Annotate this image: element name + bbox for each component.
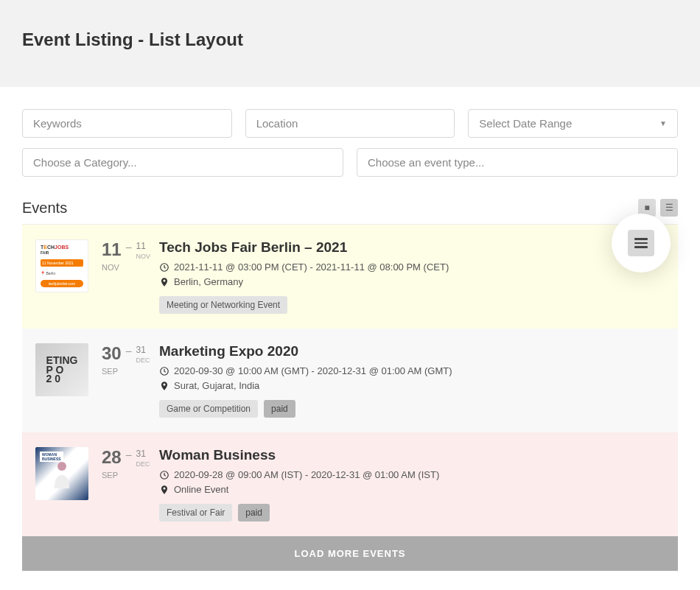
start-month: NOV [102,263,146,272]
page-header: Event Listing - List Layout [0,0,700,87]
start-day: 28 [102,449,122,466]
page-title: Event Listing - List Layout [22,29,678,50]
list-view-button[interactable]: ☰ [660,199,678,217]
end-month: DEC [136,357,150,364]
event-title[interactable]: Woman Business [159,447,668,463]
clock-icon [159,366,169,376]
start-day: 30 [102,345,122,362]
event-tags: Game or Competition paid [159,400,668,418]
main-container: Keywords Location Select Date Range ▼ Ch… [0,87,700,590]
view-popup [612,214,671,273]
pin-icon [159,485,169,495]
start-day: 11 [102,241,122,259]
end-day: 31 [136,345,146,355]
pin-icon [159,381,169,391]
event-tag[interactable]: paid [264,400,295,418]
category-label: Choose a Category... [33,156,137,169]
clock-icon [159,262,169,273]
event-tag[interactable]: Meeting or Networking Event [159,296,287,314]
event-body: Marketing Expo 2020 2020-09-30 @ 10:00 A… [159,343,668,418]
section-title: Events [22,200,67,217]
event-tags: Festival or Fair paid [159,504,668,521]
eventtype-select[interactable]: Choose an event type... [357,148,678,177]
event-body: Woman Business 2020-09-28 @ 09:00 AM (IS… [159,447,668,521]
event-datetime: 2020-09-30 @ 10:00 AM (GMT) - 2020-12-31… [159,365,668,376]
filters-row-2: Choose a Category... Choose an event typ… [22,148,678,177]
event-title[interactable]: Tech Jobs Fair Berlin – 2021 [159,239,668,256]
end-day: 31 [136,449,146,459]
pin-icon [159,277,169,287]
filters-row-1: Keywords Location Select Date Range ▼ [22,109,678,138]
category-select[interactable]: Choose a Category... [22,148,343,177]
event-location: Berlin, Germany [159,276,668,287]
clock-icon [159,470,169,480]
date-block: 28 – 31 DEC SEP [102,447,146,480]
event-card[interactable]: ETINGP O2 0 30 – 31 DEC SEP Marketing Ex… [22,329,678,432]
event-datetime: 2021-11-11 @ 03:00 PM (CET) - 2021-11-11… [159,261,668,273]
end-day: 11 [136,241,146,251]
thumb-logo: TECHJOBSFAIR [41,245,83,255]
location-input[interactable]: Location [245,109,455,138]
event-location: Online Event [159,484,668,495]
start-month: SEP [102,367,146,376]
daterange-label: Select Date Range [479,117,572,130]
event-card[interactable]: WOMANBUSINESS 28 – 31 DEC SEP Woman Busi… [22,432,678,536]
caret-down-icon: ▼ [659,119,667,127]
event-tag[interactable]: Festival or Fair [159,504,232,521]
eventtype-label: Choose an event type... [368,156,484,169]
event-location: Surat, Gujarat, India [159,380,668,391]
event-tag[interactable]: Game or Competition [159,400,258,418]
svg-point-2 [57,462,66,471]
events-list: TECHJOBSFAIR 11 November 2021 📍 Berlin t… [22,224,678,536]
keywords-input[interactable]: Keywords [22,109,232,138]
event-thumbnail: ETINGP O2 0 [35,343,88,396]
event-tag[interactable]: paid [238,504,270,521]
hamburger-icon [634,238,648,248]
date-block: 30 – 31 DEC SEP [102,343,146,376]
event-card[interactable]: TECHJOBSFAIR 11 November 2021 📍 Berlin t… [22,225,678,329]
load-more-button[interactable]: LOAD MORE EVENTS [22,536,678,571]
thumb-location: 📍 Berlin [41,271,83,275]
section-header: Events ■ ☰ [22,199,678,217]
list-icon: ☰ [665,203,673,213]
thumb-chip: techjobsfair.com [41,280,83,287]
thumb-text: ETINGP O2 0 [46,356,78,384]
event-body: Tech Jobs Fair Berlin – 2021 2021-11-11 … [159,239,668,314]
thumb-date: 11 November 2021 [41,259,83,267]
start-month: SEP [102,471,146,480]
event-thumbnail: TECHJOBSFAIR 11 November 2021 📍 Berlin t… [35,239,88,292]
thumb-label: WOMANBUSINESS [40,452,63,462]
date-block: 11 – 11 NOV NOV [102,239,146,272]
end-month: NOV [136,253,151,260]
daterange-select[interactable]: Select Date Range ▼ [468,109,678,138]
event-tags: Meeting or Networking Event [159,296,668,314]
end-month: DEC [136,460,150,468]
event-title[interactable]: Marketing Expo 2020 [159,343,668,359]
event-datetime: 2020-09-28 @ 09:00 AM (IST) - 2020-12-31… [159,469,668,480]
event-thumbnail: WOMANBUSINESS [35,447,88,500]
grid-icon: ■ [644,203,649,213]
person-icon [51,459,73,488]
list-view-popup-button[interactable] [628,230,654,256]
